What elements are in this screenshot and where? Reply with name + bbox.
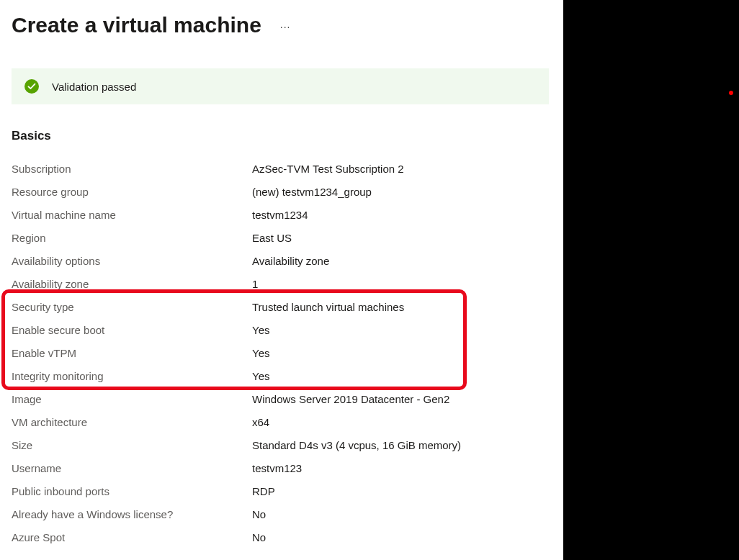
kv-label: Azure Spot	[12, 526, 252, 549]
basics-heading: Basics	[12, 129, 549, 143]
kv-label: Image	[12, 388, 252, 411]
validation-banner: Validation passed	[12, 68, 549, 104]
basics-list: Subscription AzSec-TVM Test Subscription…	[12, 158, 549, 549]
kv-value: No	[252, 526, 266, 549]
kv-row: Integrity monitoring Yes	[12, 365, 549, 388]
kv-row: Size Standard D4s v3 (4 vcpus, 16 GiB me…	[12, 434, 549, 457]
check-icon	[24, 79, 39, 94]
kv-label: Public inbound ports	[12, 480, 252, 503]
kv-value: AzSec-TVM Test Subscription 2	[252, 158, 404, 181]
kv-label: Subscription	[12, 158, 252, 181]
kv-value: (new) testvm1234_group	[252, 181, 372, 204]
kv-value: testvm1234	[252, 204, 308, 227]
kv-row: Security type Trusted launch virtual mac…	[12, 296, 549, 319]
kv-value: East US	[252, 227, 292, 250]
kv-row: VM architecture x64	[12, 411, 549, 434]
kv-value: Availability zone	[252, 250, 329, 273]
kv-row: Availability options Availability zone	[12, 250, 549, 273]
basics-section: Basics Subscription AzSec-TVM Test Subsc…	[12, 129, 549, 549]
kv-row: Enable vTPM Yes	[12, 342, 549, 365]
kv-label: Enable secure boot	[12, 319, 252, 342]
kv-row: Subscription AzSec-TVM Test Subscription…	[12, 158, 549, 181]
red-dot-annotation	[729, 91, 733, 95]
kv-row: Azure Spot No	[12, 526, 549, 549]
kv-row: Already have a Windows license? No	[12, 503, 549, 526]
header: Create a virtual machine ···	[12, 13, 549, 37]
validation-message: Validation passed	[52, 81, 136, 93]
kv-row: Public inbound ports RDP	[12, 480, 549, 503]
kv-label: Integrity monitoring	[12, 365, 252, 388]
kv-label: Region	[12, 227, 252, 250]
kv-label: Availability zone	[12, 273, 252, 296]
kv-row: Virtual machine name testvm1234	[12, 204, 549, 227]
kv-row: Region East US	[12, 227, 549, 250]
kv-label: VM architecture	[12, 411, 252, 434]
kv-value: Yes	[252, 342, 269, 365]
kv-row: Username testvm123	[12, 457, 549, 480]
kv-label: Virtual machine name	[12, 204, 252, 227]
kv-label: Security type	[12, 296, 252, 319]
kv-label: Username	[12, 457, 252, 480]
kv-value: x64	[252, 411, 269, 434]
kv-label: Size	[12, 434, 252, 457]
kv-value: RDP	[252, 480, 275, 503]
kv-value: Trusted launch virtual machines	[252, 296, 404, 319]
kv-row: Availability zone 1	[12, 273, 549, 296]
page-title: Create a virtual machine	[12, 13, 261, 37]
kv-value: 1	[252, 273, 258, 296]
kv-value: No	[252, 503, 266, 526]
more-icon[interactable]: ···	[280, 21, 291, 32]
kv-row: Resource group (new) testvm1234_group	[12, 181, 549, 204]
kv-row: Enable secure boot Yes	[12, 319, 549, 342]
kv-value: Yes	[252, 319, 269, 342]
kv-value: Yes	[252, 365, 269, 388]
kv-label: Availability options	[12, 250, 252, 273]
kv-value: Standard D4s v3 (4 vcpus, 16 GiB memory)	[252, 434, 461, 457]
kv-label: Enable vTPM	[12, 342, 252, 365]
main-panel: Create a virtual machine ··· Validation …	[0, 0, 563, 560]
kv-value: testvm123	[252, 457, 302, 480]
kv-label: Resource group	[12, 181, 252, 204]
kv-row: Image Windows Server 2019 Datacenter - G…	[12, 388, 549, 411]
kv-label: Already have a Windows license?	[12, 503, 252, 526]
kv-value: Windows Server 2019 Datacenter - Gen2	[252, 388, 449, 411]
